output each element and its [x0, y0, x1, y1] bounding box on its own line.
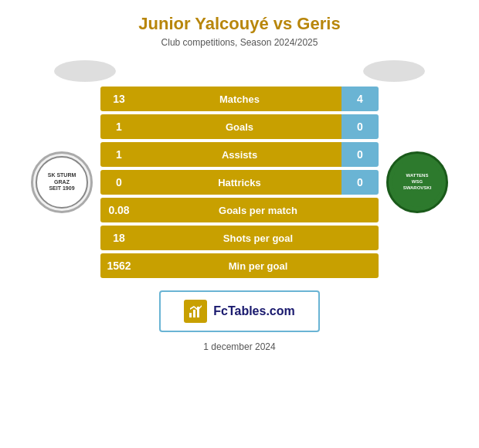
stats-column: 13 Matches 4 1 Goals 0 1 Assists 0 0 Hat… [100, 87, 379, 278]
stat-row-assists: 1 Assists 0 [100, 142, 379, 167]
right-ellipse [363, 60, 425, 82]
stat-row-matches: 13 Matches 4 [100, 87, 379, 111]
fctables-icon [184, 300, 207, 323]
page-wrapper: Junior Yalcouyé vs Geris Club competitio… [0, 0, 479, 448]
page-title: Junior Yalcouyé vs Geris [138, 14, 340, 34]
min-per-goal-left-val: 1562 [100, 253, 138, 278]
right-team-badge: WATTENS WSG SWAROVSKI [379, 151, 456, 213]
content-area: SK STURM GRAZ SEIT 1909 13 Matches 4 1 G… [8, 87, 471, 278]
assists-right-val: 0 [341, 142, 379, 167]
top-decoration [54, 60, 425, 82]
goals-label: Goals [138, 114, 341, 139]
left-team-badge: SK STURM GRAZ SEIT 1909 [23, 151, 100, 213]
hattricks-label: Hattricks [138, 170, 341, 195]
stat-row-shots-per-goal: 18 Shots per goal [100, 226, 379, 250]
right-badge-inner: WATTENS WSG SWAROVSKI [392, 158, 442, 207]
stat-row-goals-per-match: 0.08 Goals per match [100, 198, 379, 222]
matches-right-val: 4 [341, 87, 379, 111]
chart-icon [188, 304, 203, 319]
stat-row-min-per-goal: 1562 Min per goal [100, 253, 379, 278]
matches-left-val: 13 [100, 87, 138, 111]
left-badge-circle: SK STURM GRAZ SEIT 1909 [31, 151, 93, 213]
min-per-goal-label: Min per goal [138, 253, 379, 278]
goals-right-val: 0 [341, 114, 379, 139]
assists-left-val: 1 [100, 142, 138, 167]
left-badge-inner: SK STURM GRAZ SEIT 1909 [36, 156, 88, 209]
left-ellipse [54, 60, 116, 82]
fctables-label: FcTables.com [213, 304, 295, 318]
fctables-banner[interactable]: FcTables.com [159, 290, 320, 332]
shots-per-goal-label: Shots per goal [138, 226, 379, 250]
hattricks-left-val: 0 [100, 170, 138, 195]
stat-row-goals: 1 Goals 0 [100, 114, 379, 139]
stat-row-hattricks: 0 Hattricks 0 [100, 170, 379, 195]
goals-left-val: 1 [100, 114, 138, 139]
assists-label: Assists [138, 142, 341, 167]
footer-date: 1 december 2024 [203, 341, 275, 352]
right-badge-text: WATTENS WSG SWAROVSKI [403, 173, 432, 191]
hattricks-right-val: 0 [341, 170, 379, 195]
goals-per-match-left-val: 0.08 [100, 198, 138, 222]
right-badge-circle: WATTENS WSG SWAROVSKI [386, 151, 448, 213]
svg-rect-0 [189, 313, 192, 317]
page-subtitle: Club competitions, Season 2024/2025 [161, 37, 318, 48]
shots-per-goal-left-val: 18 [100, 226, 138, 250]
svg-marker-3 [190, 305, 202, 311]
goals-per-match-label: Goals per match [138, 198, 379, 222]
svg-rect-1 [193, 310, 195, 317]
left-badge-text: SK STURM GRAZ SEIT 1909 [48, 172, 76, 192]
matches-label: Matches [138, 87, 341, 111]
